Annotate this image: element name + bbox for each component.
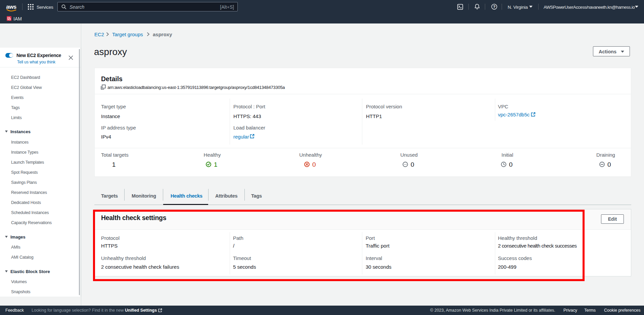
svg-text:aws: aws (6, 4, 16, 10)
svg-text:?: ? (493, 5, 495, 9)
